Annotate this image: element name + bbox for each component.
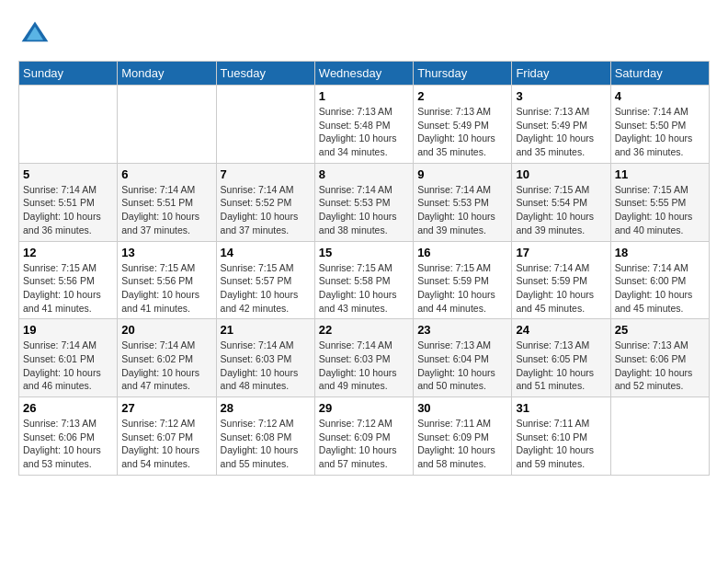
day-info: Sunrise: 7:14 AM bbox=[516, 261, 606, 275]
day-info: Sunset: 6:02 PM bbox=[121, 352, 211, 366]
calendar-cell: 5Sunrise: 7:14 AMSunset: 5:51 PMDaylight… bbox=[19, 163, 118, 241]
calendar-cell: 16Sunrise: 7:15 AMSunset: 5:59 PMDayligh… bbox=[414, 241, 512, 319]
day-info: Sunset: 5:55 PM bbox=[615, 196, 705, 210]
day-info: Daylight: 10 hours bbox=[121, 443, 211, 457]
day-info: and 37 minutes. bbox=[121, 224, 211, 237]
calendar-cell: 30Sunrise: 7:11 AMSunset: 6:09 PMDayligh… bbox=[414, 397, 512, 476]
day-info: Sunrise: 7:12 AM bbox=[121, 417, 211, 431]
day-info: Sunset: 6:09 PM bbox=[319, 431, 409, 444]
day-info: Sunrise: 7:13 AM bbox=[615, 339, 705, 352]
day-info: Sunrise: 7:14 AM bbox=[319, 183, 409, 197]
day-info: Sunset: 5:51 PM bbox=[23, 196, 113, 210]
day-info: and 43 minutes. bbox=[319, 302, 409, 316]
day-info: Daylight: 10 hours bbox=[319, 210, 409, 224]
day-info: and 46 minutes. bbox=[23, 379, 113, 393]
day-info: Daylight: 10 hours bbox=[319, 366, 409, 380]
calendar-cell bbox=[610, 397, 709, 476]
day-info: and 45 minutes. bbox=[615, 302, 705, 316]
calendar-cell: 8Sunrise: 7:14 AMSunset: 5:53 PMDaylight… bbox=[314, 163, 413, 241]
day-info: Sunset: 6:07 PM bbox=[121, 431, 211, 444]
weekday-header: Saturday bbox=[610, 62, 709, 86]
day-info: Daylight: 10 hours bbox=[319, 132, 409, 145]
day-info: Sunset: 5:53 PM bbox=[319, 196, 409, 210]
day-info: Sunrise: 7:14 AM bbox=[23, 183, 113, 197]
day-number: 2 bbox=[417, 89, 507, 103]
day-info: Daylight: 10 hours bbox=[516, 288, 606, 302]
day-number: 3 bbox=[516, 89, 606, 103]
day-info: Sunrise: 7:14 AM bbox=[319, 339, 409, 352]
weekday-header: Wednesday bbox=[314, 62, 413, 86]
day-info: Sunrise: 7:15 AM bbox=[417, 261, 507, 275]
day-info: Daylight: 10 hours bbox=[417, 443, 507, 457]
calendar-week-row: 12Sunrise: 7:15 AMSunset: 5:56 PMDayligh… bbox=[19, 241, 710, 319]
day-info: Sunset: 5:49 PM bbox=[516, 119, 606, 132]
logo bbox=[18, 18, 55, 52]
day-info: Sunset: 5:53 PM bbox=[417, 196, 507, 210]
day-info: Daylight: 10 hours bbox=[417, 210, 507, 224]
day-info: and 44 minutes. bbox=[417, 302, 507, 316]
day-number: 1 bbox=[319, 89, 409, 103]
day-info: Sunrise: 7:14 AM bbox=[121, 339, 211, 352]
day-number: 15 bbox=[319, 246, 409, 259]
calendar-cell: 7Sunrise: 7:14 AMSunset: 5:52 PMDaylight… bbox=[216, 163, 314, 241]
day-info: Sunrise: 7:15 AM bbox=[121, 261, 211, 275]
day-info: Sunset: 5:51 PM bbox=[121, 196, 211, 210]
day-info: and 39 minutes. bbox=[417, 224, 507, 237]
day-info: Daylight: 10 hours bbox=[615, 366, 705, 380]
day-info: Sunset: 5:49 PM bbox=[417, 119, 507, 132]
day-number: 19 bbox=[23, 323, 113, 337]
day-number: 6 bbox=[121, 167, 211, 181]
day-info: and 51 minutes. bbox=[516, 379, 606, 393]
calendar-cell: 20Sunrise: 7:14 AMSunset: 6:02 PMDayligh… bbox=[118, 319, 216, 397]
day-info: and 34 minutes. bbox=[319, 145, 409, 159]
day-number: 24 bbox=[516, 323, 606, 337]
calendar-week-row: 5Sunrise: 7:14 AMSunset: 5:51 PMDaylight… bbox=[19, 163, 710, 241]
calendar-cell: 28Sunrise: 7:12 AMSunset: 6:08 PMDayligh… bbox=[216, 397, 314, 476]
calendar-cell: 13Sunrise: 7:15 AMSunset: 5:56 PMDayligh… bbox=[118, 241, 216, 319]
calendar-cell: 23Sunrise: 7:13 AMSunset: 6:04 PMDayligh… bbox=[414, 319, 512, 397]
page-header bbox=[18, 18, 710, 52]
day-number: 4 bbox=[615, 89, 705, 103]
day-number: 16 bbox=[417, 246, 507, 259]
calendar-cell: 2Sunrise: 7:13 AMSunset: 5:49 PMDaylight… bbox=[414, 86, 512, 164]
calendar-cell: 6Sunrise: 7:14 AMSunset: 5:51 PMDaylight… bbox=[118, 163, 216, 241]
day-info: Daylight: 10 hours bbox=[221, 288, 311, 302]
day-info: Daylight: 10 hours bbox=[121, 288, 211, 302]
day-info: Sunset: 5:50 PM bbox=[615, 119, 705, 132]
day-number: 27 bbox=[121, 401, 211, 415]
day-info: and 54 minutes. bbox=[121, 457, 211, 471]
day-info: Sunrise: 7:14 AM bbox=[417, 183, 507, 197]
day-info: and 35 minutes. bbox=[417, 145, 507, 159]
day-info: Sunset: 5:57 PM bbox=[221, 274, 311, 288]
day-number: 28 bbox=[221, 401, 311, 415]
calendar-cell: 24Sunrise: 7:13 AMSunset: 6:05 PMDayligh… bbox=[512, 319, 610, 397]
day-info: and 47 minutes. bbox=[121, 379, 211, 393]
day-info: Sunrise: 7:15 AM bbox=[221, 261, 311, 275]
day-info: and 48 minutes. bbox=[221, 379, 311, 393]
day-info: Daylight: 10 hours bbox=[121, 210, 211, 224]
day-info: Daylight: 10 hours bbox=[23, 210, 113, 224]
day-number: 30 bbox=[417, 401, 507, 415]
day-info: Sunrise: 7:13 AM bbox=[417, 105, 507, 119]
calendar-cell: 19Sunrise: 7:14 AMSunset: 6:01 PMDayligh… bbox=[19, 319, 118, 397]
day-info: Sunrise: 7:11 AM bbox=[417, 417, 507, 431]
day-info: Sunset: 5:54 PM bbox=[516, 196, 606, 210]
day-info: Daylight: 10 hours bbox=[417, 132, 507, 145]
day-info: Sunset: 6:08 PM bbox=[221, 431, 311, 444]
day-info: Sunset: 6:03 PM bbox=[221, 352, 311, 366]
logo-icon bbox=[18, 18, 51, 52]
day-info: and 41 minutes. bbox=[23, 302, 113, 316]
calendar-cell: 18Sunrise: 7:14 AMSunset: 6:00 PMDayligh… bbox=[610, 241, 709, 319]
day-number: 8 bbox=[319, 167, 409, 181]
day-info: Daylight: 10 hours bbox=[319, 288, 409, 302]
day-info: Sunrise: 7:13 AM bbox=[516, 339, 606, 352]
day-info: Daylight: 10 hours bbox=[23, 443, 113, 457]
calendar-cell: 25Sunrise: 7:13 AMSunset: 6:06 PMDayligh… bbox=[610, 319, 709, 397]
day-info: Sunset: 5:58 PM bbox=[319, 274, 409, 288]
calendar-cell: 9Sunrise: 7:14 AMSunset: 5:53 PMDaylight… bbox=[414, 163, 512, 241]
day-info: and 37 minutes. bbox=[221, 224, 311, 237]
calendar-header: SundayMondayTuesdayWednesdayThursdayFrid… bbox=[19, 62, 710, 86]
day-info: Sunrise: 7:14 AM bbox=[121, 183, 211, 197]
day-number: 5 bbox=[23, 167, 113, 181]
day-info: Sunrise: 7:11 AM bbox=[516, 417, 606, 431]
